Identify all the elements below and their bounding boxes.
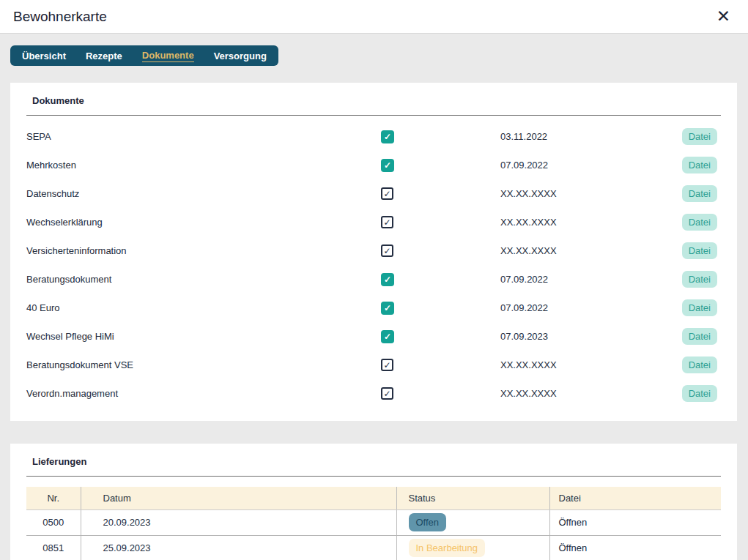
delivery-status-cell: Offen <box>396 509 549 535</box>
document-label: Verordn.management <box>26 388 381 399</box>
file-button[interactable]: Datei <box>682 242 717 259</box>
document-row: Wechsel Pflege HiMi✓07.09.2023Datei <box>26 322 721 351</box>
tab--bersicht[interactable]: Übersicht <box>22 51 66 61</box>
file-button[interactable]: Datei <box>682 356 717 373</box>
document-date: 07.09.2022 <box>500 302 682 313</box>
file-button[interactable]: Datei <box>682 214 717 231</box>
checkbox-checked-icon[interactable]: ✓ <box>381 330 394 343</box>
table-row: 085125.09.2023In BearbeitungÖffnen <box>26 535 721 560</box>
document-date: 07.09.2023 <box>500 331 682 342</box>
document-label: Beratungsdokument VSE <box>26 359 381 370</box>
delivery-nr: 0500 <box>26 509 81 535</box>
file-button[interactable]: Datei <box>682 185 717 202</box>
delivery-file-cell: Öffnen <box>549 509 721 535</box>
document-date: 07.09.2022 <box>500 160 682 171</box>
checkbox-unchecked-icon[interactable]: ✓ <box>381 187 393 200</box>
open-file-link[interactable]: Öffnen <box>559 517 588 528</box>
checkbox-checked-icon[interactable]: ✓ <box>381 273 394 286</box>
document-row: Beratungsdokument VSE✓XX.XX.XXXXDatei <box>26 351 721 379</box>
file-button[interactable]: Datei <box>682 385 717 402</box>
document-label: SEPA <box>26 131 381 142</box>
open-file-link[interactable]: Öffnen <box>559 542 588 553</box>
deliveries-panel: Lieferungen Nr. Datum Status Datei 05002… <box>10 444 737 560</box>
column-header-datum: Datum <box>81 487 396 509</box>
file-button[interactable]: Datei <box>682 299 717 316</box>
checkbox-checked-icon[interactable]: ✓ <box>381 159 394 172</box>
document-label: Mehrkosten <box>26 160 381 171</box>
column-header-status: Status <box>396 487 549 509</box>
documents-panel: Dokumente SEPA✓03.11.2022DateiMehrkosten… <box>10 83 737 421</box>
status-badge: Offen <box>409 513 447 531</box>
delivery-file-cell: Öffnen <box>549 535 721 560</box>
checkbox-unchecked-icon[interactable]: ✓ <box>381 244 393 257</box>
tab-versorgung[interactable]: Versorgung <box>214 51 267 61</box>
checkbox-checked-icon[interactable]: ✓ <box>381 302 394 315</box>
document-row: SEPA✓03.11.2022Datei <box>26 122 721 151</box>
divider <box>26 476 721 477</box>
file-button[interactable]: Datei <box>682 157 717 173</box>
table-header-row: Nr. Datum Status Datei <box>26 487 721 509</box>
status-badge: In Bearbeitung <box>409 539 486 557</box>
document-row: Mehrkosten✓07.09.2022Datei <box>26 151 721 179</box>
document-date: XX.XX.XXXX <box>500 217 682 228</box>
documents-section-title: Dokumente <box>26 94 721 115</box>
checkbox-unchecked-icon[interactable]: ✓ <box>381 216 393 228</box>
document-date: XX.XX.XXXX <box>500 245 682 256</box>
delivery-date: 20.09.2023 <box>81 509 396 535</box>
file-button[interactable]: Datei <box>682 128 717 145</box>
document-date: 03.11.2022 <box>500 131 682 142</box>
column-header-datei: Datei <box>549 487 721 509</box>
tab-rezepte[interactable]: Rezepte <box>86 51 122 61</box>
file-button[interactable]: Datei <box>682 328 717 345</box>
tab-bar: ÜbersichtRezepteDokumenteVersorgung <box>10 45 278 66</box>
document-date: XX.XX.XXXX <box>500 388 682 399</box>
document-label: Beratungsdokument <box>26 274 381 285</box>
document-label: 40 Euro <box>26 302 381 313</box>
document-row: Wechselerklärung✓XX.XX.XXXXDatei <box>26 208 721 236</box>
checkbox-unchecked-icon[interactable]: ✓ <box>381 387 393 400</box>
document-row: 40 Euro✓07.09.2022Datei <box>26 294 721 322</box>
document-label: Wechselerklärung <box>26 217 381 228</box>
document-row: Versicherteninformation✓XX.XX.XXXXDatei <box>26 236 721 265</box>
tab-dokumente[interactable]: Dokumente <box>142 50 194 62</box>
table-row: 050020.09.2023OffenÖffnen <box>26 509 721 535</box>
document-date: 07.09.2022 <box>500 274 682 285</box>
column-header-nr: Nr. <box>26 487 81 509</box>
document-row: Beratungsdokument✓07.09.2022Datei <box>26 265 721 294</box>
checkbox-unchecked-icon[interactable]: ✓ <box>381 359 393 371</box>
file-button[interactable]: Datei <box>682 271 717 288</box>
window-titlebar: Bewohnerkarte ✕ <box>0 0 748 34</box>
document-label: Wechsel Pflege HiMi <box>26 331 381 342</box>
document-label: Datenschutz <box>26 188 381 199</box>
document-row: Datenschutz✓XX.XX.XXXXDatei <box>26 179 721 208</box>
document-row: Verordn.management✓XX.XX.XXXXDatei <box>26 379 721 408</box>
checkbox-checked-icon[interactable]: ✓ <box>381 130 394 143</box>
document-date: XX.XX.XXXX <box>500 188 682 199</box>
close-icon[interactable]: ✕ <box>714 7 733 26</box>
delivery-date: 25.09.2023 <box>81 535 396 560</box>
delivery-status-cell: In Bearbeitung <box>396 535 549 560</box>
page-title: Bewohnerkarte <box>13 9 107 25</box>
deliveries-section-title: Lieferungen <box>26 455 721 476</box>
deliveries-table: Nr. Datum Status Datei 050020.09.2023Off… <box>26 487 721 560</box>
document-date: XX.XX.XXXX <box>500 359 682 370</box>
delivery-nr: 0851 <box>26 535 81 560</box>
document-label: Versicherteninformation <box>26 245 381 256</box>
